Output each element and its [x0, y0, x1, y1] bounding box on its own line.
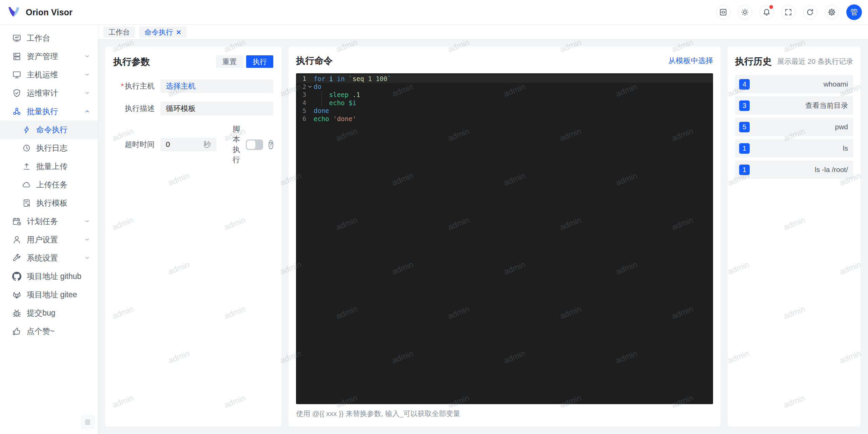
sidebar-item-host-ops[interactable]: 主机运维 — [0, 65, 98, 84]
exec-count-badge: 5 — [739, 122, 750, 132]
select-from-template-link[interactable]: 从模板中选择 — [668, 56, 713, 66]
history-panel-title: 执行历史 — [735, 55, 772, 68]
fold-chevron-icon[interactable] — [306, 84, 314, 89]
history-item[interactable]: 4 whoami — [735, 75, 853, 93]
audit-icon — [12, 89, 21, 98]
avatar[interactable]: 管 — [846, 4, 862, 20]
exec-icon — [22, 126, 31, 134]
exec-command-panel: 执行命令 从模板中选择 1 for i in `seq 1 100` 2 do … — [289, 46, 721, 427]
like-icon — [12, 327, 21, 336]
script-exec-label: 脚本执行 — [233, 124, 241, 165]
sidebar-item-workbench[interactable]: 工作台 — [0, 29, 98, 47]
sidebar-item-command-exec[interactable]: 命令执行 — [0, 120, 98, 139]
main-content: 执行参数 重置 执行 *执行主机 选择主机 执行描述 循环模板 超时时间 0 秒… — [98, 40, 868, 434]
sidebar-item-assets[interactable]: 资产管理 — [0, 47, 98, 65]
command-hint: 使用 @{{ xxx }} 来替换参数, 输入_可以获取全部变量 — [296, 409, 713, 418]
exec-count-badge: 1 — [739, 143, 750, 154]
code-line[interactable]: 4 echo $i — [296, 99, 713, 107]
sidebar-item-upload-tasks[interactable]: 上传任务 — [0, 175, 98, 194]
tab-close-icon[interactable] — [176, 30, 181, 35]
sidebar-item-exec-log[interactable]: 执行日志 — [0, 139, 98, 157]
desc-input[interactable]: 循环模板 — [160, 102, 273, 115]
notifications-icon[interactable] — [760, 5, 774, 19]
chevron-down-icon — [84, 254, 91, 261]
exec-params-panel: 执行参数 重置 执行 *执行主机 选择主机 执行描述 循环模板 超时时间 0 秒… — [105, 46, 281, 427]
exec-history-panel: 执行历史 展示最近 20 条执行记录 4 whoami 3 查看当前目录 5 p… — [728, 46, 861, 427]
settings-icon[interactable] — [825, 5, 839, 19]
exec-count-badge: 4 — [739, 79, 750, 90]
sidebar-item-bug-report[interactable]: 提交bug — [0, 304, 98, 322]
sidebar-item-system-settings[interactable]: 系统设置 — [0, 249, 98, 267]
sidebar-item-user-settings[interactable]: 用户设置 — [0, 230, 98, 249]
tabbar: 工作台 命令执行 — [98, 25, 868, 40]
history-item[interactable]: 1 ls -la /root/ — [735, 161, 853, 179]
theme-icon[interactable] — [738, 5, 752, 19]
gitee-icon — [12, 290, 21, 299]
history-item[interactable]: 1 ls — [735, 139, 853, 157]
timeout-suffix: 秒 — [203, 139, 211, 150]
chevron-down-icon — [84, 236, 91, 243]
tab-workbench[interactable]: 工作台 — [103, 26, 135, 38]
params-panel-title: 执行参数 — [113, 56, 150, 68]
bug-icon — [12, 308, 21, 318]
sidebar-collapse-button[interactable] — [81, 415, 95, 429]
sidebar-item-gitee[interactable]: 项目地址 gitee — [0, 285, 98, 304]
log-icon — [22, 144, 31, 152]
logo-icon — [7, 6, 21, 18]
code-line[interactable]: 5 done — [296, 107, 713, 115]
history-subtitle: 展示最近 20 条执行记录 — [777, 57, 853, 66]
history-item[interactable]: 3 查看当前目录 — [735, 96, 853, 115]
sidebar-item-batch-upload[interactable]: 批量上传 — [0, 157, 98, 175]
code-editor[interactable]: 1 for i in `seq 1 100` 2 do 3 sleep .1 4… — [296, 73, 713, 404]
sidebar-item-audit[interactable]: 运维审计 — [0, 84, 98, 102]
sidebar-item-exec-template[interactable]: 执行模板 — [0, 194, 98, 212]
code-line[interactable]: 6 echo 'done' — [296, 115, 713, 123]
timeout-input[interactable]: 0 秒 — [160, 138, 216, 151]
history-item[interactable]: 5 pwd — [735, 118, 853, 136]
host-select-link[interactable]: 选择主机 — [166, 81, 196, 91]
chevron-down-icon — [84, 71, 91, 78]
command-panel-title: 执行命令 — [296, 55, 333, 67]
notification-dot — [769, 5, 773, 9]
desc-field-label: 执行描述 — [113, 103, 155, 114]
run-button[interactable]: 执行 — [246, 55, 273, 68]
sidebar-item-scheduled-tasks[interactable]: 计划任务 — [0, 212, 98, 230]
help-icon: ? — [269, 140, 273, 149]
chevron-down-icon — [84, 218, 91, 225]
code-line[interactable]: 2 do — [296, 83, 713, 91]
exec-count-badge: 1 — [739, 165, 750, 175]
workbench-icon — [12, 34, 21, 43]
sidebar-item-like[interactable]: 点个赞~ — [0, 322, 98, 340]
required-mark: * — [121, 82, 124, 90]
brand: Orion Visor — [0, 6, 73, 18]
code-line[interactable]: 1 for i in `seq 1 100` — [296, 75, 713, 83]
tab-command-exec[interactable]: 命令执行 — [139, 26, 186, 38]
reset-button[interactable]: 重置 — [216, 55, 243, 68]
timeout-field-label: 超时时间 — [113, 139, 155, 150]
cloud-icon — [22, 181, 31, 189]
schedule-icon — [12, 217, 21, 226]
chevron-down-icon — [84, 90, 91, 96]
code-square-icon[interactable] — [716, 5, 730, 19]
topbar: Orion Visor 管 — [0, 0, 868, 25]
assets-icon — [12, 52, 21, 61]
topbar-actions: 管 — [716, 4, 868, 20]
sidebar: 工作台 资产管理 主机运维 运维审计 批量执行 命令执行 执行日志 — [0, 25, 98, 434]
exec-count-badge: 3 — [739, 100, 750, 111]
host-icon — [12, 70, 21, 79]
code-line[interactable]: 3 sleep .1 — [296, 91, 713, 99]
host-select-field[interactable]: 选择主机 — [160, 79, 273, 93]
script-exec-toggle[interactable] — [246, 139, 263, 150]
sidebar-item-batch-exec[interactable]: 批量执行 — [0, 102, 98, 120]
refresh-icon[interactable] — [803, 5, 817, 19]
github-icon — [12, 272, 21, 281]
host-field-label: *执行主机 — [113, 81, 155, 91]
template-icon — [22, 199, 31, 207]
app-title: Orion Visor — [26, 7, 73, 17]
sidebar-item-github[interactable]: 项目地址 github — [0, 267, 98, 285]
fullscreen-icon[interactable] — [781, 5, 795, 19]
user-icon — [12, 235, 21, 244]
system-icon — [12, 253, 21, 263]
batch-icon — [12, 107, 21, 116]
chevron-up-icon — [84, 108, 91, 115]
